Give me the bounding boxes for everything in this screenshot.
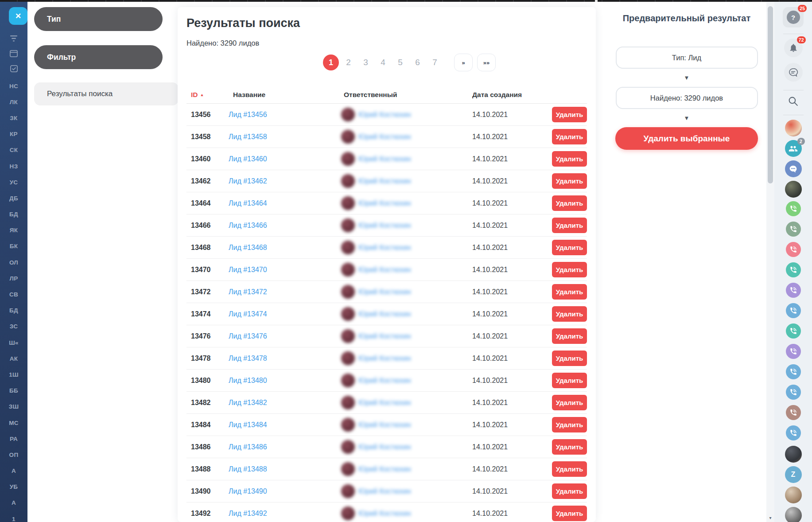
lead-link[interactable]: Лид #13490 bbox=[229, 487, 339, 495]
lead-link[interactable]: Лид #13460 bbox=[229, 155, 339, 163]
sidebar-item-23[interactable]: РА bbox=[10, 431, 18, 447]
sidebar-item-26[interactable]: УБ bbox=[10, 479, 18, 495]
menu-item-search-results[interactable]: Результаты поиска bbox=[34, 82, 179, 105]
sidebar-item-16[interactable]: ЗС bbox=[10, 319, 18, 335]
call-item-8[interactable] bbox=[786, 344, 801, 359]
sidebar-item-12[interactable]: ОЛ bbox=[9, 254, 18, 270]
help-button[interactable]: ?25 bbox=[783, 7, 804, 27]
delete-button[interactable]: Удалить bbox=[552, 395, 587, 410]
delete-button[interactable]: Удалить bbox=[552, 306, 587, 322]
sidebar-item-7[interactable]: УС bbox=[10, 174, 18, 190]
delete-button[interactable]: Удалить bbox=[552, 284, 587, 300]
page-3[interactable]: 3 bbox=[357, 58, 374, 67]
delete-button[interactable]: Удалить bbox=[552, 373, 587, 388]
delete-button[interactable]: Удалить bbox=[552, 195, 587, 211]
sidebar-item-27[interactable]: А bbox=[12, 495, 16, 511]
responsible-cell[interactable]: Юрий Костюхин bbox=[339, 329, 468, 343]
page-1[interactable]: 1 bbox=[323, 55, 339, 70]
responsible-cell[interactable]: Юрий Костюхин bbox=[339, 218, 468, 232]
avatar-photo-4[interactable] bbox=[785, 487, 802, 503]
delete-button[interactable]: Удалить bbox=[552, 483, 587, 499]
task-check-icon[interactable] bbox=[10, 65, 18, 72]
responsible-cell[interactable]: Юрий Костюхин bbox=[339, 307, 468, 321]
responsible-cell[interactable]: Юрий Костюхин bbox=[339, 130, 468, 144]
lead-link[interactable]: Лид #13478 bbox=[229, 354, 339, 362]
sidebar-item-20[interactable]: ББ bbox=[9, 383, 18, 399]
responsible-cell[interactable]: Юрий Костюхин bbox=[339, 152, 468, 166]
avatar-photo-1[interactable] bbox=[785, 120, 802, 136]
page-scrollbar[interactable]: ▾ bbox=[766, 2, 774, 522]
page-5[interactable]: 5 bbox=[392, 58, 409, 67]
lead-link[interactable]: Лид #13492 bbox=[229, 510, 339, 518]
delete-button[interactable]: Удалить bbox=[552, 328, 587, 344]
delete-button[interactable]: Удалить bbox=[552, 506, 587, 521]
call-item-4[interactable] bbox=[786, 262, 801, 277]
chat-lines-button[interactable] bbox=[784, 63, 803, 82]
lead-link[interactable]: Лид #13456 bbox=[229, 111, 339, 119]
responsible-cell[interactable]: Юрий Костюхин bbox=[339, 374, 468, 387]
page-4[interactable]: 4 bbox=[374, 58, 392, 67]
delete-button[interactable]: Удалить bbox=[552, 417, 587, 432]
delete-button[interactable]: Удалить bbox=[552, 240, 587, 255]
call-item-2[interactable] bbox=[786, 222, 801, 237]
sidebar-item-14[interactable]: СВ bbox=[9, 286, 18, 302]
avatar-photo-3[interactable] bbox=[785, 446, 802, 463]
card-icon[interactable] bbox=[10, 50, 18, 57]
sidebar-item-3[interactable]: ЗК bbox=[10, 110, 17, 126]
page-6[interactable]: 6 bbox=[409, 58, 426, 67]
call-item-11[interactable] bbox=[786, 405, 801, 420]
sidebar-item-18[interactable]: АК bbox=[10, 351, 18, 366]
contacts-button[interactable]: 2 bbox=[785, 140, 802, 157]
sidebar-item-24[interactable]: ОП bbox=[9, 447, 19, 463]
call-item-6[interactable] bbox=[786, 303, 801, 318]
sidebar-item-13[interactable]: ЛР bbox=[9, 270, 18, 286]
sidebar-item-5[interactable]: СК bbox=[10, 142, 18, 158]
sidebar-item-22[interactable]: МС bbox=[9, 415, 19, 431]
delete-button[interactable]: Удалить bbox=[552, 151, 587, 167]
lead-link[interactable]: Лид #13486 bbox=[229, 443, 339, 451]
call-item-3[interactable] bbox=[786, 242, 801, 257]
lead-link[interactable]: Лид #13458 bbox=[229, 133, 339, 141]
sidebar-item-17[interactable]: Ш« bbox=[9, 335, 19, 351]
sidebar-item-9[interactable]: БД bbox=[9, 206, 18, 222]
responsible-cell[interactable]: Юрий Костюхин bbox=[339, 418, 468, 432]
sidebar-item-25[interactable]: А bbox=[12, 463, 16, 479]
responsible-cell[interactable]: Юрий Костюхин bbox=[339, 462, 468, 476]
page-7[interactable]: 7 bbox=[426, 58, 443, 67]
sidebar-item-1[interactable]: НС bbox=[9, 78, 18, 94]
notifications-button[interactable]: 72 bbox=[784, 39, 803, 57]
responsible-cell[interactable]: Юрий Костюхин bbox=[339, 440, 468, 454]
call-item-9[interactable] bbox=[786, 364, 801, 379]
delete-button[interactable]: Удалить bbox=[552, 107, 587, 122]
sidebar-item-10[interactable]: ЯК bbox=[10, 222, 18, 238]
delete-selected-button[interactable]: Удалить выбранные bbox=[615, 127, 758, 150]
responsible-cell[interactable]: Юрий Костюхин bbox=[339, 241, 468, 254]
search-button[interactable] bbox=[788, 96, 799, 107]
responsible-cell[interactable]: Юрий Костюхин bbox=[339, 506, 468, 520]
delete-button[interactable]: Удалить bbox=[552, 262, 587, 277]
column-header-name[interactable]: Название bbox=[229, 91, 339, 99]
lead-link[interactable]: Лид #13488 bbox=[229, 465, 339, 473]
sidebar-item-4[interactable]: КР bbox=[10, 126, 18, 142]
column-header-created[interactable]: Дата создания bbox=[468, 91, 550, 99]
lead-link[interactable]: Лид #13472 bbox=[229, 288, 339, 296]
avatar-photo-2[interactable] bbox=[785, 181, 802, 198]
page-2[interactable]: 2 bbox=[340, 58, 357, 67]
responsible-cell[interactable]: Юрий Костюхин bbox=[339, 174, 468, 188]
lead-link[interactable]: Лид #13476 bbox=[229, 332, 339, 340]
lead-link[interactable]: Лид #13484 bbox=[229, 421, 339, 429]
sidebar-item-2[interactable]: ЛК bbox=[10, 94, 18, 110]
delete-button[interactable]: Удалить bbox=[552, 218, 587, 233]
call-item-12[interactable] bbox=[786, 425, 801, 440]
responsible-cell[interactable]: Юрий Костюхин bbox=[339, 351, 468, 365]
lead-link[interactable]: Лид #13470 bbox=[229, 266, 339, 274]
responsible-cell[interactable]: Юрий Костюхин bbox=[339, 196, 468, 210]
lead-link[interactable]: Лид #13482 bbox=[229, 399, 339, 407]
column-header-responsible[interactable]: Ответственный bbox=[339, 91, 468, 99]
sidebar-item-21[interactable]: ЗШ bbox=[9, 399, 19, 415]
group-chat-button[interactable] bbox=[785, 160, 802, 177]
responsible-cell[interactable]: Юрий Костюхин bbox=[339, 484, 468, 498]
delete-button[interactable]: Удалить bbox=[552, 351, 587, 366]
sidebar-item-8[interactable]: ДБ bbox=[9, 190, 18, 206]
call-item-10[interactable] bbox=[786, 385, 801, 400]
